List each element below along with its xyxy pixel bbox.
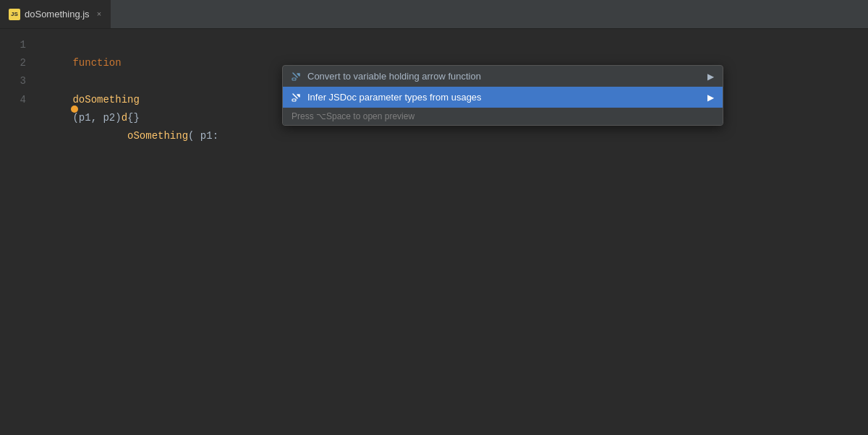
menu-item-infer-jsdoc[interactable]: Infer JSDoc parameter types from usages … (283, 87, 723, 108)
menu-item-convert-label: Convert to variable holding arrow functi… (307, 71, 481, 82)
line-number-3: 3 (0, 72, 26, 90)
wrench-icon-1 (292, 72, 302, 82)
code-content[interactable]: function doSomething (p1, p2) {} d oSome… (36, 29, 868, 435)
menu-item-infer-label: Infer JSDoc parameter types from usages (307, 92, 482, 103)
context-menu-popup: Convert to variable holding arrow functi… (282, 65, 723, 126)
js-file-icon: JS (9, 9, 20, 20)
editor-area: 1 2 3 4 function doSomething (p1, p2) {}… (0, 29, 868, 435)
line-number-2: 2 (0, 54, 26, 72)
svg-rect-1 (292, 99, 296, 101)
menu-hint: Press ⌥Space to open preview (283, 108, 723, 125)
tab-dosomething[interactable]: JS doSomething.js × (0, 0, 111, 28)
line-number-4: 4 (0, 91, 26, 109)
menu-item-infer-arrow: ▶ (707, 92, 714, 103)
wrench-icon-2 (292, 92, 302, 103)
tab-filename: doSomething.js (25, 9, 90, 20)
tab-bar: JS doSomething.js × (0, 0, 868, 29)
svg-rect-0 (292, 78, 296, 80)
menu-item-convert-to-arrow[interactable]: Convert to variable holding arrow functi… (283, 66, 723, 87)
tab-close-button[interactable]: × (97, 10, 101, 18)
code-line-1: function doSomething (p1, p2) {} (36, 36, 868, 54)
line-numbers: 1 2 3 4 (0, 29, 36, 435)
function-name-2: d (122, 112, 127, 124)
line-number-1: 1 (0, 36, 26, 54)
menu-item-convert-arrow: ▶ (707, 72, 714, 82)
